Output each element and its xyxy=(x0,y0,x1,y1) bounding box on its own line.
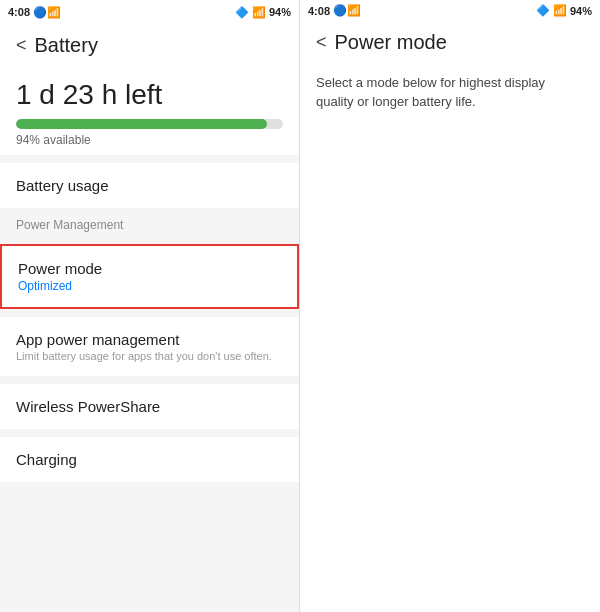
power-mgmt-label: Power Management xyxy=(16,218,123,232)
battery-summary: 1 d 23 h left 94% available xyxy=(0,67,299,155)
charging-label: Charging xyxy=(16,451,77,468)
status-left-right: 4:08 🔵📶 xyxy=(308,4,361,17)
left-header: < Battery xyxy=(0,24,299,67)
wireless-label: Wireless PowerShare xyxy=(16,398,160,415)
icons-left: 🔵📶 xyxy=(33,6,61,19)
menu-item-charging[interactable]: Charging xyxy=(0,437,299,482)
status-right-right: 🔷 📶 94% xyxy=(536,4,592,17)
battery-left-status: 94% xyxy=(269,6,291,18)
battery-progress-fill xyxy=(16,119,267,129)
bt-icon: 🔷 xyxy=(235,6,249,19)
status-time-left: 4:08 🔵📶 xyxy=(8,6,61,19)
back-button-left[interactable]: < xyxy=(16,35,27,56)
power-mode-description: Select a mode below for highest display … xyxy=(300,64,600,612)
page-title-left: Battery xyxy=(35,34,98,57)
icons-right: 🔵📶 xyxy=(333,4,361,17)
left-panel: 4:08 🔵📶 🔷 📶 94% < Battery 1 d 23 h left … xyxy=(0,0,300,612)
power-mode-label: Power mode xyxy=(18,260,281,277)
battery-right-status: 94% xyxy=(570,5,592,17)
status-bar-right: 4:08 🔵📶 🔷 📶 94% xyxy=(300,0,600,21)
battery-percent-label: 94% available xyxy=(16,133,283,147)
back-button-right[interactable]: < xyxy=(316,32,327,53)
battery-time-display: 1 d 23 h left xyxy=(16,79,283,111)
menu-item-power-mode[interactable]: Power mode Optimized xyxy=(0,244,299,309)
time-left: 4:08 xyxy=(8,6,30,18)
menu-item-wireless[interactable]: Wireless PowerShare xyxy=(0,384,299,429)
time-right: 4:08 xyxy=(308,5,330,17)
power-mode-subtitle: Optimized xyxy=(18,279,281,293)
signal-icon: 📶 xyxy=(252,6,266,19)
battery-usage-label: Battery usage xyxy=(16,177,109,194)
status-right-left: 🔷 📶 94% xyxy=(235,6,291,19)
section-label-power: Power Management xyxy=(0,208,299,236)
menu-item-app-power[interactable]: App power management Limit battery usage… xyxy=(0,317,299,376)
menu-item-battery-usage[interactable]: Battery usage xyxy=(0,163,299,208)
battery-progress-bg xyxy=(16,119,283,129)
right-header: < Power mode xyxy=(300,21,600,64)
app-power-label: App power management xyxy=(16,331,283,348)
status-bar-left: 4:08 🔵📶 🔷 📶 94% xyxy=(0,0,299,24)
right-panel: 4:08 🔵📶 🔷 📶 94% < Power mode Select a mo… xyxy=(300,0,600,612)
page-title-right: Power mode xyxy=(335,31,447,54)
signal-icon-right: 📶 xyxy=(553,4,567,17)
bt-icon-right: 🔷 xyxy=(536,4,550,17)
app-power-desc: Limit battery usage for apps that you do… xyxy=(16,350,283,362)
